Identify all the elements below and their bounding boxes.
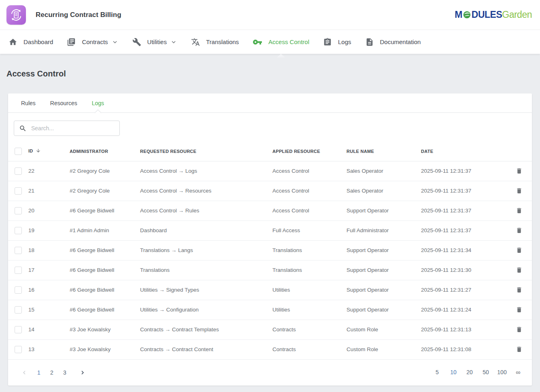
nav-item-utilities[interactable]: Utilities [125, 30, 184, 54]
document-icon [365, 38, 374, 47]
cell-administrator: #3 Joe Kowalsky [70, 339, 140, 359]
column-header-date[interactable]: DATE [421, 142, 506, 161]
cell-id: 14 [28, 320, 70, 339]
delete-icon[interactable] [515, 265, 523, 275]
column-header-requested-resource[interactable]: REQUESTED RESOURCE [140, 142, 272, 161]
tab-rules[interactable]: Rules [14, 93, 43, 112]
cell-administrator: #2 Gregory Cole [70, 161, 140, 181]
brand-text-dules: DULES [472, 9, 502, 20]
cell-requested-resource: Contracts → Contract Templates [140, 320, 272, 339]
nav-item-contracts[interactable]: Contracts [60, 30, 125, 54]
table-row: 15#6 George BidwellUtilities → Configura… [8, 300, 532, 320]
cell-applied-resource: Contracts [272, 339, 347, 359]
delete-icon[interactable] [515, 325, 523, 334]
row-checkbox[interactable] [15, 187, 22, 195]
row-checkbox[interactable] [15, 207, 22, 214]
cell-id: 20 [28, 201, 70, 220]
delete-icon[interactable] [515, 246, 523, 255]
cell-id: 22 [28, 161, 70, 181]
tab-resources[interactable]: Resources [43, 93, 85, 112]
row-checkbox[interactable] [15, 306, 22, 314]
nav-item-logs[interactable]: Logs [316, 30, 358, 54]
page-number-1[interactable]: 1 [32, 369, 45, 376]
row-checkbox[interactable] [15, 286, 22, 294]
cell-rule-name: Support Operator [347, 240, 421, 260]
row-checkbox[interactable] [15, 227, 22, 234]
cell-administrator: #3 Joe Kowalsky [70, 320, 140, 339]
page-title: Access Control [6, 69, 532, 78]
cell-requested-resource: Utilities → Configuration [140, 300, 272, 320]
cell-administrator: #6 George Bidwell [70, 260, 140, 280]
clipboard-icon [323, 38, 332, 47]
page-size-50[interactable]: 50 [478, 369, 494, 376]
page-size-20[interactable]: 20 [461, 369, 478, 376]
next-page-icon[interactable] [74, 369, 91, 376]
delete-icon[interactable] [515, 166, 523, 176]
page-size-infinite[interactable]: ∞ [510, 369, 526, 376]
tab-bar: Rules Resources Logs [8, 93, 532, 113]
nav-label: Dashboard [23, 38, 53, 45]
cell-date: 2025-09-11 12:31:37 [421, 201, 506, 220]
page-number-2[interactable]: 2 [45, 369, 58, 376]
page-number-3[interactable]: 3 [58, 369, 71, 376]
row-checkbox[interactable] [15, 346, 22, 353]
cell-rule-name: Full Administrator [347, 220, 421, 240]
row-checkbox[interactable] [15, 247, 22, 254]
page-size-5[interactable]: 5 [429, 369, 445, 376]
nav-item-dashboard[interactable]: Dashboard [2, 30, 60, 54]
row-checkbox[interactable] [15, 326, 22, 333]
sort-desc-icon [36, 149, 41, 154]
cell-administrator: #2 Gregory Cole [70, 181, 140, 201]
nav-item-access-control[interactable]: Access Control [246, 30, 316, 54]
page-size-100[interactable]: 100 [494, 369, 510, 376]
column-header-applied-resource[interactable]: APPLIED RESOURCE [272, 142, 347, 161]
wrench-icon [132, 38, 141, 47]
cell-date: 2025-09-11 12:31:34 [421, 240, 506, 260]
cell-date: 2025-09-11 12:31:24 [421, 300, 506, 320]
page-size-selector: 5102050100∞ [429, 369, 526, 376]
nav-label: Contracts [82, 38, 108, 45]
cell-id: 19 [28, 220, 70, 240]
row-checkbox[interactable] [15, 267, 22, 274]
cell-applied-resource: Translations [272, 240, 347, 260]
cell-applied-resource: Contracts [272, 320, 347, 339]
translate-icon [191, 38, 200, 47]
table-row: 22#2 Gregory ColeAccess Control → LogsAc… [8, 161, 532, 181]
cell-id: 13 [28, 339, 70, 359]
select-all-checkbox[interactable] [15, 148, 22, 155]
cell-requested-resource: Translations [140, 260, 272, 280]
delete-icon[interactable] [515, 305, 523, 314]
delete-icon[interactable] [515, 226, 523, 235]
cell-requested-resource: Dashboard [140, 220, 272, 240]
app-logo-icon [6, 5, 26, 25]
column-header-id[interactable]: ID [28, 142, 70, 161]
table-row: 14#3 Joe KowalskyContracts → Contract Te… [8, 320, 532, 339]
tab-logs[interactable]: Logs [85, 93, 111, 112]
cell-rule-name: Sales Operator [347, 181, 421, 201]
page-size-10[interactable]: 10 [445, 369, 461, 376]
nav-item-translations[interactable]: Translations [184, 30, 246, 54]
cell-applied-resource: Translations [272, 260, 347, 280]
access-control-card: Rules Resources Logs ID [8, 93, 532, 386]
search-input[interactable] [31, 125, 115, 131]
delete-icon[interactable] [515, 285, 523, 295]
nav-item-documentation[interactable]: Documentation [358, 30, 428, 54]
pagination-bar: 123 5102050100∞ [8, 360, 532, 386]
column-header-rule-name[interactable]: RULE NAME [347, 142, 421, 161]
delete-icon[interactable] [515, 206, 523, 215]
cell-requested-resource: Utilities → Signed Types [140, 280, 272, 300]
cell-applied-resource: Access Control [272, 201, 347, 220]
cell-requested-resource: Contracts → Contract Content [140, 339, 272, 359]
cell-requested-resource: Access Control → Rules [140, 201, 272, 220]
nav-label: Utilities [147, 38, 167, 45]
row-checkbox[interactable] [15, 167, 22, 175]
nav-label: Access Control [268, 38, 309, 45]
cell-rule-name: Support Operator [347, 300, 421, 320]
cell-requested-resource: Translations → Langs [140, 240, 272, 260]
delete-icon[interactable] [515, 345, 523, 354]
table-row: 13#3 Joe KowalskyContracts → Contract Co… [8, 339, 532, 359]
previous-page-icon[interactable] [16, 369, 32, 376]
cell-rule-name: Support Operator [347, 280, 421, 300]
delete-icon[interactable] [515, 186, 523, 195]
column-header-administrator[interactable]: ADMINISTRATOR [70, 142, 140, 161]
